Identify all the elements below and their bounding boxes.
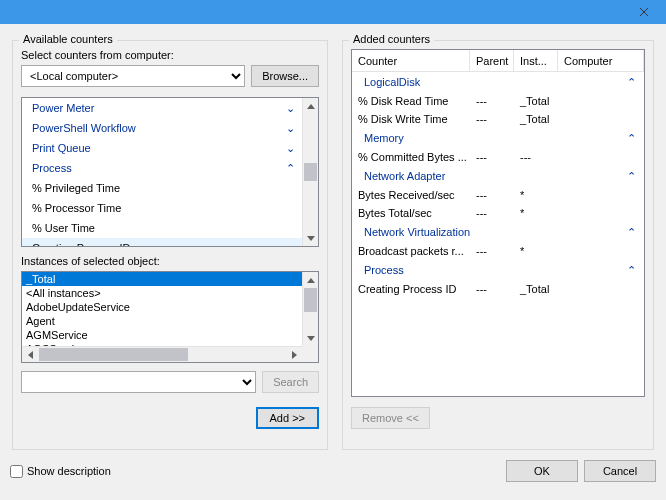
scrollbar-vertical[interactable] [302, 272, 318, 346]
cancel-button[interactable]: Cancel [584, 460, 656, 482]
cell-inst: _Total [514, 283, 558, 295]
table-body: LogicalDisk⌃% Disk Read Time---_Total% D… [352, 72, 644, 298]
col-inst[interactable]: Inst... [514, 50, 558, 71]
show-description-checkbox[interactable]: Show description [10, 465, 111, 478]
counter-item[interactable]: % User Time [22, 218, 302, 238]
scroll-down-icon[interactable] [303, 230, 318, 246]
group-name: Network Virtualization [364, 226, 470, 238]
scroll-corner [302, 346, 318, 362]
show-description-input[interactable] [10, 465, 23, 478]
instance-item[interactable]: Agent [22, 314, 302, 328]
cell-counter: % Disk Write Time [352, 113, 470, 125]
scrollbar-vertical[interactable] [302, 98, 318, 246]
group-name: Network Adapter [364, 170, 445, 182]
dialog-body: Available counters Select counters from … [0, 24, 666, 500]
remove-button[interactable]: Remove << [351, 407, 430, 429]
scrollbar-horizontal[interactable] [22, 346, 302, 362]
group-name: LogicalDisk [364, 76, 420, 88]
ok-button[interactable]: OK [506, 460, 578, 482]
category-power-meter[interactable]: Power Meter⌄ [22, 98, 302, 118]
counter-item[interactable]: Creating Process ID [22, 238, 302, 246]
chevron-up-icon: ⌃ [627, 170, 636, 183]
chevron-up-icon: ⌃ [627, 264, 636, 277]
browse-button[interactable]: Browse... [251, 65, 319, 87]
scroll-down-icon[interactable] [303, 330, 318, 346]
counter-item[interactable]: % Processor Time [22, 198, 302, 218]
scroll-up-icon[interactable] [303, 272, 318, 288]
cell-parent: --- [470, 245, 514, 257]
scroll-thumb[interactable] [39, 348, 188, 361]
instance-item[interactable]: _Total [22, 272, 302, 286]
group-row[interactable]: Process⌃ [352, 260, 644, 280]
group-row[interactable]: LogicalDisk⌃ [352, 72, 644, 92]
group-row[interactable]: Memory⌃ [352, 128, 644, 148]
chevron-up-icon: ⌃ [627, 132, 636, 145]
add-button[interactable]: Add >> [256, 407, 319, 429]
added-counters-fieldset: Added counters Counter Parent Inst... Co… [342, 40, 654, 450]
cell-inst: * [514, 207, 558, 219]
cell-parent: --- [470, 207, 514, 219]
cell-inst: --- [514, 151, 558, 163]
titlebar [0, 0, 666, 24]
table-row[interactable]: % Disk Write Time---_Total [352, 110, 644, 128]
search-button[interactable]: Search [262, 371, 319, 393]
chevron-up-icon: ⌃ [284, 162, 296, 175]
add-row: Add >> [21, 407, 319, 429]
computer-row: <Local computer> Browse... [21, 65, 319, 87]
scroll-track[interactable] [38, 347, 286, 362]
category-process[interactable]: Process⌃ [22, 158, 302, 178]
table-row[interactable]: % Committed Bytes ...------ [352, 148, 644, 166]
table-row[interactable]: Bytes Received/sec---* [352, 186, 644, 204]
instance-item[interactable]: AdobeUpdateService [22, 300, 302, 314]
counters-listbox[interactable]: Power Meter⌄ PowerShell Workflow⌄ Print … [21, 97, 319, 247]
scroll-up-icon[interactable] [303, 98, 318, 114]
table-row[interactable]: Bytes Total/sec---* [352, 204, 644, 222]
group-name: Memory [364, 132, 404, 144]
scroll-thumb[interactable] [304, 163, 317, 181]
category-print-queue[interactable]: Print Queue⌄ [22, 138, 302, 158]
cell-inst: * [514, 189, 558, 201]
table-header: Counter Parent Inst... Computer [352, 50, 644, 72]
left-column: Available counters Select counters from … [10, 32, 330, 450]
instances-listbox[interactable]: _Total <All instances> AdobeUpdateServic… [21, 271, 319, 363]
table-row[interactable]: Broadcast packets r...---* [352, 242, 644, 260]
remove-row: Remove << [351, 407, 645, 429]
category-powershell-workflow[interactable]: PowerShell Workflow⌄ [22, 118, 302, 138]
show-description-label: Show description [27, 465, 111, 477]
chevron-down-icon: ⌄ [284, 122, 296, 135]
group-name: Process [364, 264, 404, 276]
counter-item[interactable]: % Privileged Time [22, 178, 302, 198]
group-row[interactable]: Network Adapter⌃ [352, 166, 644, 186]
close-button[interactable] [622, 0, 666, 24]
instance-item[interactable]: AGMService [22, 328, 302, 342]
cell-counter: Bytes Total/sec [352, 207, 470, 219]
instance-search-combo[interactable] [21, 371, 256, 393]
instance-item[interactable]: <All instances> [22, 286, 302, 300]
cell-counter: Creating Process ID [352, 283, 470, 295]
scroll-right-icon[interactable] [286, 347, 302, 363]
cell-counter: % Committed Bytes ... [352, 151, 470, 163]
computer-select[interactable]: <Local computer> [21, 65, 245, 87]
cell-parent: --- [470, 95, 514, 107]
available-counters-fieldset: Available counters Select counters from … [12, 40, 328, 450]
scroll-track[interactable] [303, 114, 318, 230]
cell-parent: --- [470, 113, 514, 125]
cell-counter: Bytes Received/sec [352, 189, 470, 201]
scroll-left-icon[interactable] [22, 347, 38, 363]
col-counter[interactable]: Counter [352, 50, 470, 71]
table-row[interactable]: Creating Process ID---_Total [352, 280, 644, 298]
instances-label: Instances of selected object: [21, 255, 319, 267]
cell-parent: --- [470, 151, 514, 163]
table-row[interactable]: % Disk Read Time---_Total [352, 92, 644, 110]
select-computer-label: Select counters from computer: [21, 49, 319, 61]
footer: Show description OK Cancel [10, 450, 656, 482]
group-row[interactable]: Network Virtualization⌃ [352, 222, 644, 242]
col-parent[interactable]: Parent [470, 50, 514, 71]
counters-content: Power Meter⌄ PowerShell Workflow⌄ Print … [22, 98, 302, 246]
columns: Available counters Select counters from … [10, 32, 656, 450]
col-computer[interactable]: Computer [558, 50, 644, 71]
close-icon [639, 7, 649, 17]
scroll-thumb[interactable] [304, 288, 317, 312]
scroll-track[interactable] [303, 288, 318, 330]
chevron-up-icon: ⌃ [627, 76, 636, 89]
